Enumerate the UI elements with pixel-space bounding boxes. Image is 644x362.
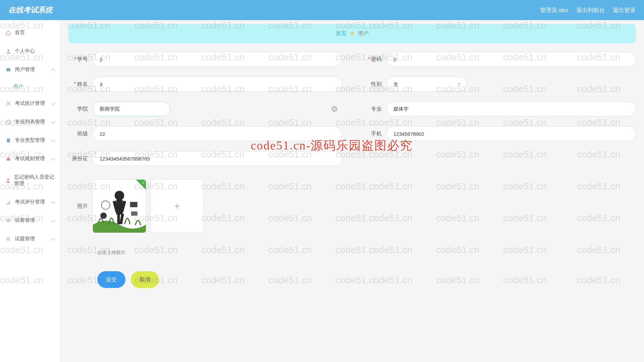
label-password: *密码	[362, 56, 386, 63]
header-actions: 管理员 abo 退出到前台 退出登录	[540, 6, 636, 14]
score-icon	[5, 199, 11, 205]
svg-rect-4	[7, 158, 10, 161]
nav-label: 考试评分管理	[15, 199, 45, 205]
list-icon	[5, 119, 11, 125]
nav-forgot-pwd[interactable]: 忘记密码人员登记管理	[0, 168, 60, 193]
svg-rect-3	[7, 138, 10, 142]
svg-rect-22	[131, 212, 138, 216]
gender-select[interactable]	[386, 77, 467, 92]
clear-icon[interactable]: ✕	[331, 106, 337, 112]
question-icon	[5, 236, 11, 242]
nav-major-list[interactable]: 专业列表管理	[0, 113, 60, 131]
label-name: *姓名	[68, 81, 93, 88]
breadcrumb-home[interactable]: 首页	[336, 31, 346, 36]
type-icon	[5, 137, 11, 143]
check-icon	[136, 180, 146, 190]
home-icon	[5, 30, 11, 36]
users-icon	[5, 67, 11, 73]
password-input[interactable]	[386, 52, 636, 67]
paper-icon	[5, 218, 11, 224]
nav-label: 专业类型管理	[15, 137, 45, 143]
label-idcard: 身份证	[68, 155, 93, 162]
nav-question-mgmt[interactable]: 试题管理	[0, 230, 60, 248]
svg-point-5	[7, 179, 9, 180]
rules-icon	[5, 156, 11, 162]
chevron-down-icon	[458, 83, 461, 85]
cancel-button[interactable]: 取消	[131, 271, 159, 288]
nav-label: 个人中心	[15, 48, 35, 54]
nav-label: 考试统计管理	[15, 100, 45, 107]
label-gender: 性别	[362, 81, 386, 88]
nav-label: 忘记密码人员登记管理	[14, 174, 55, 187]
upload-hint: 点击上传照片	[68, 250, 636, 256]
back-to-front-link[interactable]: 退出到前台	[576, 6, 605, 14]
name-input[interactable]	[93, 77, 342, 92]
nav-profile[interactable]: 个人中心	[0, 42, 60, 60]
uploaded-photo[interactable]	[93, 179, 146, 233]
nav-exam-stats[interactable]: 考试统计管理	[0, 94, 60, 113]
label-major: 专业	[362, 106, 386, 113]
app-title: 在线考试系统	[8, 5, 53, 15]
lock-user-icon	[5, 177, 11, 183]
user-form: *学号 *密码 *姓名 性别 学院	[68, 52, 636, 288]
breadcrumb-current: 用户	[358, 31, 369, 36]
nav-exam-rules[interactable]: 考试规则管理	[0, 149, 60, 168]
main-content: 首页 ★ 用户 *学号 *密码 *姓名 性别	[60, 20, 644, 362]
nav-label: 试题管理	[15, 236, 35, 242]
admin-user-link[interactable]: 管理员 abo	[540, 6, 568, 14]
label-college: 学院	[68, 106, 93, 113]
svg-rect-17	[117, 214, 120, 224]
label-phone: 手机	[362, 130, 386, 137]
nav-sub-user[interactable]: 用户	[0, 79, 60, 94]
label-student-id: *学号	[68, 56, 93, 63]
submit-button[interactable]: 提交	[97, 271, 125, 288]
svg-rect-20	[130, 202, 138, 207]
nav-home[interactable]: 首页	[0, 23, 60, 42]
college-input[interactable]	[93, 102, 170, 116]
label-photo: 照片	[68, 179, 93, 210]
nav-label: 考试规则管理	[15, 156, 45, 162]
upload-add-button[interactable]: +	[150, 179, 204, 233]
plus-icon: +	[174, 200, 180, 212]
svg-point-2	[6, 120, 10, 124]
breadcrumb: 首页 ★ 用户	[68, 24, 636, 43]
class-input[interactable]	[93, 126, 342, 141]
logout-link[interactable]: 退出登录	[613, 6, 636, 14]
svg-rect-1	[6, 68, 10, 71]
svg-point-0	[7, 49, 9, 51]
nav-major-type[interactable]: 专业类型管理	[0, 131, 60, 149]
nav-label: 用户管理	[15, 66, 35, 73]
app-header: 在线考试系统 管理员 abo 退出到前台 退出登录	[0, 0, 644, 20]
major-input[interactable]	[386, 102, 636, 116]
label-class: 班级	[68, 130, 93, 137]
idcard-input[interactable]	[93, 151, 342, 166]
nav-label: 试卷管理	[15, 217, 35, 224]
nav-exam-score[interactable]: 考试评分管理	[0, 193, 60, 211]
star-icon: ★	[350, 31, 355, 36]
svg-point-13	[115, 191, 124, 200]
student-id-input[interactable]	[93, 52, 342, 67]
sidebar: 首页 个人中心 用户管理 用户 考试统计管理 专业列表管理 专业类型管理 考试规…	[0, 20, 60, 362]
user-icon	[5, 48, 11, 54]
nav-label: 首页	[15, 29, 25, 36]
nav-user-mgmt[interactable]: 用户管理	[0, 60, 60, 79]
phone-input[interactable]	[386, 126, 636, 141]
nav-paper-mgmt[interactable]: 试卷管理	[0, 211, 60, 230]
svg-point-21	[100, 213, 107, 219]
stats-icon	[5, 101, 11, 107]
nav-label: 专业列表管理	[15, 119, 45, 125]
